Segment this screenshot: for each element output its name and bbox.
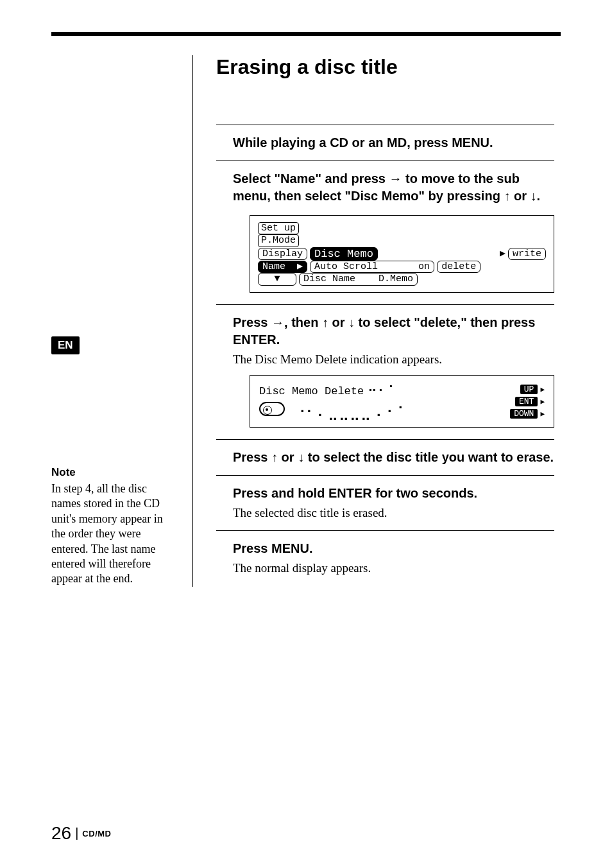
language-tab: EN [51, 336, 80, 354]
step-5: Press and hold ENTER for two seconds. Th… [216, 476, 554, 531]
lcd-item-display: Display [258, 248, 307, 260]
lcd-delete-display: Disc Memo Delete⠒⠂⠁ ⠐⠂⠄⣀⣀⣀⣀⠠⠐⠈ UP▶ ENT▶ … [250, 375, 554, 428]
lcd-arrow-right-icon: ▶ [500, 248, 506, 259]
page-title: Erasing a disc title [216, 55, 554, 79]
right-arrow-icon: ▶ [540, 397, 545, 406]
lcd-btn-up: UP▶ [520, 385, 545, 394]
lcd-item-write: write [508, 248, 546, 260]
lcd-item-name: Name ▶ [258, 261, 307, 273]
lcd-arrow-down-icon: ▼ [258, 273, 296, 285]
lcd-item-disc-memo: Disc Memo [310, 247, 378, 261]
lcd-busy-icon: ⠒⠂⠁ [368, 383, 398, 399]
step-4: Press ↑ or ↓ to select the disc title yo… [216, 440, 554, 476]
note-body: In step 4, all the disc names stored in … [51, 482, 177, 587]
lcd-item-disc-name: Disc Name D.Memo [299, 273, 418, 285]
step-2-instruction: Select "Name" and press → to move to the… [233, 170, 554, 205]
step-2: Select "Name" and press → to move to the… [216, 161, 554, 305]
lcd-delete-text: Disc Memo Delete [259, 385, 364, 397]
lcd-item-pmode: P.Mode [258, 234, 299, 247]
step-3-instruction: Press →, then ↑ or ↓ to select "delete,"… [233, 314, 554, 349]
top-rule [51, 32, 561, 36]
right-arrow-icon: ▶ [540, 410, 545, 418]
step-5-instruction: Press and hold ENTER for two seconds. [233, 485, 554, 502]
note-heading: Note [51, 466, 177, 479]
lcd-btn-down: DOWN▶ [510, 409, 545, 419]
lcd-item-delete: delete [437, 261, 480, 273]
lcd-item-auto-scroll: Auto Scroll on [310, 261, 434, 273]
step-1: While playing a CD or an MD, press MENU. [216, 125, 554, 161]
lcd-progress-icon: ⠐⠂⠄⣀⣀⣀⣀⠠⠐⠈ [295, 404, 404, 422]
page-footer: 26|CD/MD [51, 823, 111, 844]
step-1-instruction: While playing a CD or an MD, press MENU. [233, 134, 554, 152]
lcd-btn-ent: ENT▶ [515, 397, 545, 406]
page-number: 26 [51, 823, 71, 843]
step-3-result: The Disc Memo Delete indication appears. [233, 351, 554, 368]
step-3: Press →, then ↑ or ↓ to select "delete,"… [216, 305, 554, 440]
note-block: Note In step 4, all the disc names store… [51, 466, 177, 587]
lcd-item-setup: Set up [258, 222, 299, 234]
lcd-menu-display: Set up P.Mode Display Disc Memo ▶ write … [250, 215, 554, 293]
step-6-result: The normal display appears. [233, 560, 554, 577]
step-5-result: The selected disc title is erased. [233, 505, 554, 521]
right-arrow-icon: ▶ [540, 385, 545, 394]
section-label: CD/MD [82, 829, 111, 838]
step-6: Press MENU. The normal display appears. [216, 531, 554, 586]
disc-icon [259, 402, 285, 416]
step-4-instruction: Press ↑ or ↓ to select the disc title yo… [233, 449, 554, 466]
step-6-instruction: Press MENU. [233, 540, 554, 557]
